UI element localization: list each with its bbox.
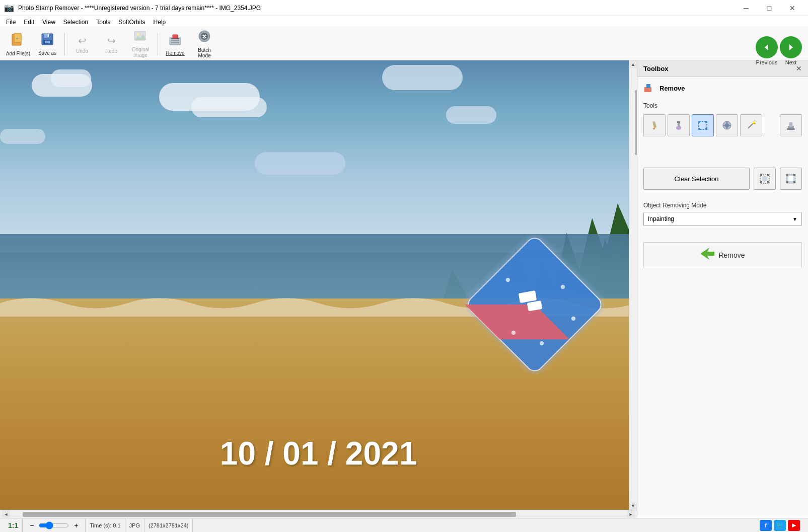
zoom-slider[interactable] xyxy=(39,521,69,529)
add-files-button[interactable]: + Add File(s) xyxy=(4,30,32,58)
svg-rect-45 xyxy=(705,128,707,130)
undo-icon: ↩ xyxy=(78,35,87,47)
scroll-right-arrow[interactable]: ► xyxy=(627,510,635,518)
svg-point-9 xyxy=(136,33,139,36)
pencil-tool-button[interactable] xyxy=(643,114,666,136)
add-files-label: Add File(s) xyxy=(6,51,30,56)
svg-rect-43 xyxy=(705,121,707,123)
remove-section-header: Remove xyxy=(637,77,808,97)
stamp-tool-button[interactable] xyxy=(780,114,802,136)
canvas-area[interactable]: 10 / 01 / 2021 ▲ ▼ xyxy=(0,60,637,518)
format-label: JPG xyxy=(129,522,140,528)
menu-view[interactable]: View xyxy=(38,16,59,28)
select-all-button[interactable] xyxy=(754,168,776,190)
rect-select-icon xyxy=(697,120,708,131)
vertical-scrollbar[interactable]: ▲ ▼ xyxy=(629,60,637,510)
svg-rect-64 xyxy=(786,174,788,176)
horizontal-scrollbar[interactable]: ◄ ► xyxy=(0,510,637,518)
svg-rect-61 xyxy=(762,176,767,181)
magic-wand-icon xyxy=(746,120,757,131)
toolbar-sep-1 xyxy=(64,33,65,55)
batch-mode-label: BatchMode xyxy=(198,47,211,58)
twitter-button[interactable]: 🐦 xyxy=(774,520,786,531)
svg-marker-19 xyxy=(789,44,793,50)
svg-rect-44 xyxy=(698,128,700,130)
undo-button[interactable]: ↩ Undo xyxy=(68,30,96,58)
remove-button[interactable]: Remove xyxy=(161,30,189,58)
scroll-down-arrow[interactable]: ▼ xyxy=(629,502,637,510)
titlebar: 📷 Photo Stamp Remover - ****Unregistered… xyxy=(0,0,808,16)
menu-softorbits[interactable]: SoftOrbits xyxy=(114,16,149,28)
next-button[interactable] xyxy=(780,36,802,58)
svg-rect-57 xyxy=(760,174,762,176)
app-icon: 📷 xyxy=(4,3,14,13)
zoom-in-button[interactable]: + xyxy=(71,520,81,530)
svg-point-31 xyxy=(511,331,516,335)
menu-tools[interactable]: Tools xyxy=(92,16,114,28)
pencil-icon xyxy=(649,120,660,131)
format-section: JPG xyxy=(125,518,144,532)
menu-file[interactable]: File xyxy=(2,16,20,28)
menu-edit[interactable]: Edit xyxy=(20,16,38,28)
magic-wand-tool-button[interactable] xyxy=(740,114,762,136)
menu-selection[interactable]: Selection xyxy=(59,16,92,28)
minimize-button[interactable]: ─ xyxy=(734,0,758,16)
undo-label: Undo xyxy=(76,48,88,54)
svg-rect-55 xyxy=(787,128,795,130)
removing-mode-dropdown[interactable]: Inpainting ▼ xyxy=(643,212,802,226)
original-image-label: OriginalImage xyxy=(132,47,149,58)
watermark-logo xyxy=(464,234,605,375)
svg-rect-59 xyxy=(760,181,762,183)
youtube-button[interactable]: ▶ xyxy=(788,520,800,531)
remove-btn-area: Remove xyxy=(637,236,808,274)
svg-point-30 xyxy=(571,317,575,321)
statusbar: 1:1 − + Time (s): 0.1 JPG (2781x2781x24)… xyxy=(0,518,808,532)
toolbox-close-button[interactable]: ✕ xyxy=(796,64,802,72)
save-as-label: Save as xyxy=(38,50,56,56)
batch-mode-button[interactable]: BatchMode xyxy=(190,30,218,58)
original-image-button[interactable]: OriginalImage xyxy=(126,30,155,58)
previous-button[interactable] xyxy=(756,36,778,58)
svg-rect-63 xyxy=(788,176,793,181)
brush-icon xyxy=(673,120,684,131)
invert-selection-button[interactable] xyxy=(780,168,802,190)
svg-rect-65 xyxy=(793,174,795,176)
svg-line-51 xyxy=(754,120,755,121)
fill-tool-button[interactable] xyxy=(716,114,738,136)
svg-marker-68 xyxy=(700,248,714,260)
zoom-controls: − + xyxy=(23,518,86,532)
clear-selection-button[interactable]: Clear Selection xyxy=(643,168,750,190)
stamp-icon xyxy=(785,120,796,131)
save-as-icon xyxy=(41,33,54,49)
dimensions-label: (2781x2781x24) xyxy=(149,522,189,528)
menu-help[interactable]: Help xyxy=(150,16,170,28)
cloud-5 xyxy=(382,65,463,90)
scroll-track-h[interactable] xyxy=(10,510,627,518)
toolbar-sep-2 xyxy=(158,33,158,55)
time-label: Time (s): 0.1 xyxy=(90,522,120,528)
facebook-button[interactable]: f xyxy=(760,520,772,531)
dimensions-section: (2781x2781x24) xyxy=(144,518,193,532)
svg-rect-12 xyxy=(173,35,178,39)
svg-rect-42 xyxy=(698,121,700,123)
close-button[interactable]: ✕ xyxy=(781,0,804,16)
svg-line-48 xyxy=(748,124,753,128)
cloud-6 xyxy=(446,106,496,124)
maximize-button[interactable]: □ xyxy=(758,0,781,16)
brush-tool-button[interactable] xyxy=(668,114,690,136)
remove-button-label: Remove xyxy=(718,251,745,259)
time-section: Time (s): 0.1 xyxy=(86,518,125,532)
date-watermark: 10 / 01 / 2021 xyxy=(220,435,417,472)
redo-button[interactable]: ↪ Redo xyxy=(97,30,125,58)
cloud-8 xyxy=(255,152,345,175)
save-as-button[interactable]: Save as xyxy=(33,30,61,58)
social-section: f 🐦 ▶ xyxy=(756,518,804,532)
svg-point-29 xyxy=(561,285,565,289)
svg-point-47 xyxy=(725,123,729,127)
scroll-thumb-h[interactable] xyxy=(23,512,516,517)
zoom-out-button[interactable]: − xyxy=(27,520,37,530)
rect-select-tool-button[interactable] xyxy=(692,114,714,136)
scroll-up-arrow[interactable]: ▲ xyxy=(629,60,637,68)
scroll-left-arrow[interactable]: ◄ xyxy=(2,510,10,518)
toolbox-remove-button[interactable]: Remove xyxy=(643,242,802,268)
